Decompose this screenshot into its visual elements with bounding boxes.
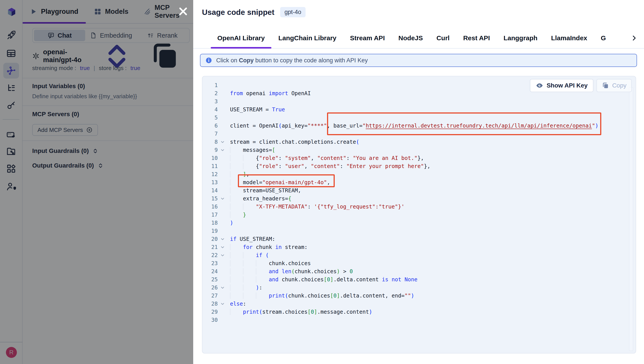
line-number: 15 xyxy=(202,195,218,202)
show-api-key-button[interactable]: Show API Key xyxy=(530,79,593,92)
line-number: 12 xyxy=(202,171,218,178)
code-line: 23 chunk.choices xyxy=(202,259,626,267)
line-number: 26 xyxy=(202,284,218,291)
code-line: 16 "X-TFY-METADATA": '{"tfy_log_request"… xyxy=(202,202,626,211)
code-text: messages=[ xyxy=(230,147,275,153)
copy-icon xyxy=(602,82,609,89)
fold-chevron-icon[interactable] xyxy=(218,253,227,258)
code-panel: Show API Key Copy 12from openai import O… xyxy=(202,76,636,354)
code-text: else: xyxy=(230,300,246,307)
code-line: 10 {"role": "system", "content": "You ar… xyxy=(202,154,626,162)
code-line: 7 xyxy=(202,130,626,138)
line-number: 11 xyxy=(202,163,218,169)
code-line: 18) xyxy=(202,219,626,227)
line-number: 8 xyxy=(202,139,218,145)
code-line: 21 for chunk in stream: xyxy=(202,243,626,251)
code-line: 30 xyxy=(202,316,626,324)
code-line: 11 {"role": "user", "content": "Enter yo… xyxy=(202,162,626,170)
code-text: {"role": "user", "content": "Enter your … xyxy=(230,163,431,169)
info-icon xyxy=(205,57,212,64)
fold-chevron-icon[interactable] xyxy=(218,301,227,306)
code-text: ): xyxy=(230,284,262,291)
fold-chevron-icon[interactable] xyxy=(218,139,227,144)
code-text: if ( xyxy=(230,252,269,258)
tab-stream-api[interactable]: Stream API xyxy=(350,28,385,48)
tab-openai-library[interactable]: OpenAI Library xyxy=(217,28,265,48)
code-text: {"role": "system", "content": "You are a… xyxy=(230,155,424,161)
code-line: 12 ], xyxy=(202,170,626,178)
modal-backdrop[interactable] xyxy=(0,0,193,364)
line-number: 18 xyxy=(202,220,218,226)
line-number: 21 xyxy=(202,244,218,250)
active-tab-underline xyxy=(211,47,271,48)
tab-langchain-library[interactable]: LangChain Library xyxy=(278,28,336,48)
fold-chevron-icon[interactable] xyxy=(218,236,227,242)
info-banner: Click on Copy button to copy the code al… xyxy=(200,54,637,67)
line-number: 13 xyxy=(202,179,218,186)
code-line: 17 } xyxy=(202,211,626,219)
line-number: 19 xyxy=(202,228,218,234)
code-line: 4USE_STREAM = True xyxy=(202,106,626,114)
fold-chevron-icon[interactable] xyxy=(218,148,227,153)
code-line: 13 model="openai-main/gpt-4o", xyxy=(202,178,626,186)
modal-close-button[interactable] xyxy=(176,5,190,18)
code-line: 8stream = client.chat.completions.create… xyxy=(202,138,626,146)
line-number: 17 xyxy=(202,212,218,218)
tab-rest-api[interactable]: Rest API xyxy=(463,28,490,48)
vertical-scrollbar[interactable] xyxy=(629,87,633,351)
eye-icon xyxy=(536,82,543,90)
close-icon xyxy=(178,6,188,16)
code-text: extra_headers={ xyxy=(230,195,291,202)
tab-truncated[interactable]: G xyxy=(601,28,607,48)
line-number: 24 xyxy=(202,268,218,274)
code-line: 25 and chunk.choices[0].delta.content is… xyxy=(202,276,626,284)
tab-langgraph[interactable]: Langgraph xyxy=(504,28,538,48)
line-number: 7 xyxy=(202,130,218,137)
modal-header: Usage code snippet gpt-4o xyxy=(202,7,306,17)
info-text: Click on Copy button to copy the code al… xyxy=(216,57,368,64)
code-line: 20if USE_STREAM: xyxy=(202,235,626,243)
code-text: print(stream.choices[0].message.content) xyxy=(230,309,372,315)
line-number: 10 xyxy=(202,155,218,161)
code-text: model="openai-main/gpt-4o", xyxy=(230,179,330,186)
line-number: 6 xyxy=(202,122,218,129)
line-number: 30 xyxy=(202,317,218,323)
code-text: and len(chunk.choices) > 0 xyxy=(230,268,353,274)
code-text: stream=USE_STREAM, xyxy=(230,187,301,194)
code-text: "X-TFY-METADATA": '{"tfy_log_request":"t… xyxy=(230,204,404,210)
fold-chevron-icon[interactable] xyxy=(218,196,227,201)
line-number: 20 xyxy=(202,236,218,242)
line-number: 23 xyxy=(202,260,218,266)
code-text: } xyxy=(230,212,246,218)
copy-code-button[interactable]: Copy xyxy=(596,79,632,92)
code-line: 14 stream=USE_STREAM, xyxy=(202,186,626,194)
chevron-right-icon xyxy=(630,34,638,42)
tab-llamaindex[interactable]: LlamaIndex xyxy=(551,28,587,48)
code-lines: 12from openai import OpenAI34USE_STREAM … xyxy=(202,81,626,324)
line-number: 3 xyxy=(202,98,218,104)
line-number: 28 xyxy=(202,300,218,307)
snippet-language-tabs: OpenAI Library LangChain Library Stream … xyxy=(193,28,644,48)
code-line: 24 and len(chunk.choices) > 0 xyxy=(202,267,626,276)
fold-chevron-icon[interactable] xyxy=(218,285,227,290)
tabs-scroll-right-button[interactable] xyxy=(630,34,638,42)
code-line: 15 extra_headers={ xyxy=(202,194,626,202)
code-text: ) xyxy=(230,220,233,226)
code-editor[interactable]: 12from openai import OpenAI34USE_STREAM … xyxy=(202,81,626,353)
code-line: 5 xyxy=(202,114,626,122)
show-api-key-label: Show API Key xyxy=(547,82,587,89)
fold-chevron-icon[interactable] xyxy=(218,244,227,250)
usage-code-snippet-modal: Usage code snippet gpt-4o OpenAI Library… xyxy=(193,0,644,364)
code-text: from openai import OpenAI xyxy=(230,90,311,96)
code-text: and chunk.choices[0].delta.content is no… xyxy=(230,276,417,282)
tab-nodejs[interactable]: NodeJS xyxy=(398,28,423,48)
line-number: 2 xyxy=(202,90,218,96)
line-number: 22 xyxy=(202,252,218,258)
code-line: 9 messages=[ xyxy=(202,146,626,154)
tab-curl[interactable]: Curl xyxy=(436,28,450,48)
code-text: chunk.choices xyxy=(230,260,311,266)
model-badge: gpt-4o xyxy=(280,7,306,17)
code-text: if USE_STREAM: xyxy=(230,236,275,242)
code-line: 26 ): xyxy=(202,284,626,292)
line-number: 16 xyxy=(202,204,218,210)
